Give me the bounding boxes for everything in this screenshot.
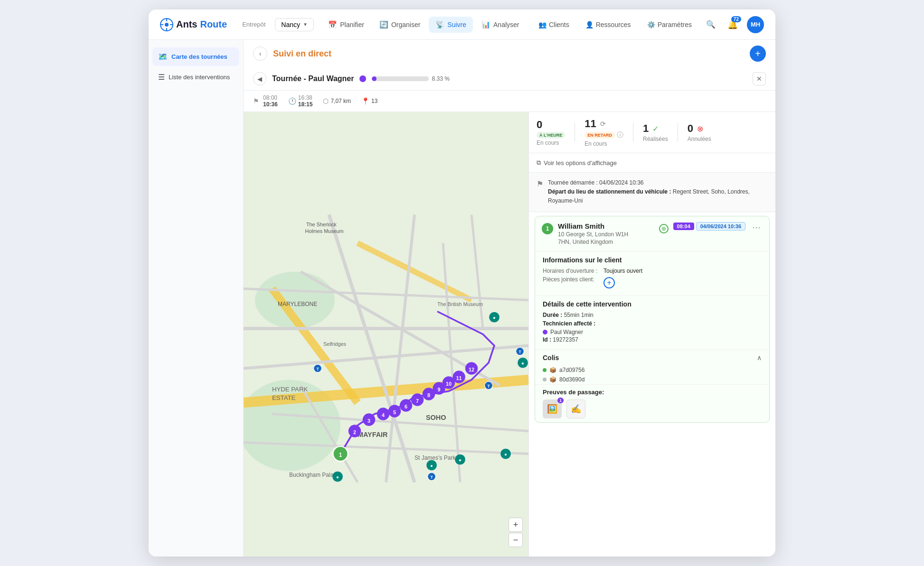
- chevron-down-icon: ▼: [303, 22, 308, 27]
- depot-label: Entrepôt: [242, 21, 265, 28]
- parametres-btn[interactable]: ⚙️ Paramètres: [642, 18, 697, 31]
- tour-color-dot: [359, 75, 366, 82]
- track-icon: 📡: [435, 20, 444, 29]
- nav-label-analyser: Analyser: [493, 21, 519, 28]
- filter-btn[interactable]: ⧉ Voir les options d'affichage: [537, 157, 768, 168]
- add-attachment-btn[interactable]: +: [603, 277, 615, 288]
- stat-times-late: 16:38 18:15: [298, 94, 313, 108]
- nav-label-suivre: Suivre: [447, 21, 466, 28]
- depot-selector[interactable]: Nancy ▼: [275, 18, 314, 31]
- colis-dot-grey: [543, 378, 547, 381]
- svg-text:T: T: [487, 384, 490, 389]
- svg-text:6: 6: [405, 404, 407, 409]
- tour-header: ◀ Tournée - Paul Wagner 8.33 % ✕: [244, 67, 775, 91]
- technician-row: Paul Wagner: [543, 329, 762, 335]
- tour-start-text: Tournée démarrée : 04/06/2024 10:36 Dépa…: [548, 178, 768, 206]
- sidebar-item-liste[interactable]: ☰ Liste des interventions: [152, 68, 239, 86]
- stat-times-normal: 08:00 10:36: [263, 94, 278, 108]
- check-icon: ✓: [652, 124, 659, 133]
- id-row: Id : 19272357: [543, 336, 762, 343]
- avatar[interactable]: MH: [747, 16, 764, 33]
- svg-text:●: ●: [459, 457, 462, 463]
- filter-row: ⧉ Voir les options d'affichage: [529, 153, 775, 173]
- duration-row: Durée : 55min 1min: [543, 312, 762, 318]
- intervention-header: 1 William Smith 10 George St, London W1H…: [535, 216, 769, 251]
- sidebar-item-carte[interactable]: 🗺️ Carte des tournées: [152, 47, 239, 66]
- cancelled-count: 0: [688, 122, 693, 135]
- intervention-address-line2: 7HN, United Kingdom: [558, 239, 654, 245]
- stat-late-end: 18:15: [298, 101, 313, 108]
- map-icon: 🗺️: [158, 52, 168, 61]
- colis-icon-2: 📦: [549, 376, 556, 383]
- zoom-in-btn[interactable]: +: [509, 518, 523, 532]
- logo-route: Route: [200, 19, 227, 30]
- cancelled-sub: Annulées: [688, 136, 711, 142]
- svg-text:12: 12: [469, 367, 474, 372]
- map-svg: HYDE PARK ESTATE MAYFAIR SOHO Buckingham…: [244, 112, 528, 557]
- stat-distance-value: 7,07 km: [330, 98, 351, 104]
- page-back-btn[interactable]: ‹: [253, 46, 267, 61]
- stat-stops: 📍 13: [361, 97, 377, 105]
- clients-btn[interactable]: 👥 Clients: [534, 18, 574, 31]
- done-sub: Réalisées: [643, 136, 668, 142]
- svg-text:T: T: [316, 367, 319, 371]
- nav-item-suivre[interactable]: 📡 Suivre: [429, 17, 473, 33]
- search-btn[interactable]: 🔍: [703, 17, 718, 32]
- colis-header[interactable]: Colis ∧: [535, 350, 769, 365]
- svg-text:T: T: [430, 475, 433, 480]
- split-view: HYDE PARK ESTATE MAYFAIR SOHO Buckingham…: [244, 112, 775, 557]
- duration-value: 55min 1min: [564, 312, 594, 318]
- svg-text:●: ●: [493, 315, 496, 320]
- nav-label-organiser: Organiser: [391, 21, 420, 28]
- svg-text:10: 10: [446, 381, 452, 387]
- tour-title: Tournée - Paul Wagner: [272, 74, 354, 83]
- map-zoom-controls: + −: [509, 518, 523, 547]
- gear-icon: ⚙️: [647, 21, 655, 28]
- divider-2: [633, 123, 633, 142]
- zoom-out-btn[interactable]: −: [509, 533, 523, 547]
- preuves-icons: 🖼️ 1 ✍️: [543, 399, 762, 418]
- late-sub: En cours: [585, 140, 607, 147]
- status-late: 11 ⟳ EN RETARD ⓘ En cours: [585, 118, 623, 147]
- ressources-icon: 👤: [585, 21, 594, 28]
- search-icon: 🔍: [706, 20, 716, 29]
- svg-text:ESTATE: ESTATE: [272, 394, 296, 401]
- progress-track: [372, 76, 429, 81]
- signature-thumb[interactable]: ✍️: [566, 399, 585, 418]
- nav-item-planifier[interactable]: 📅 Planifier: [321, 17, 371, 33]
- intervention-card: 1 William Smith 10 George St, London W1H…: [535, 216, 770, 423]
- clients-icon: 👥: [538, 21, 547, 28]
- clients-label: Clients: [549, 21, 569, 28]
- client-info-section: Informations sur le client Horaires d'ou…: [535, 251, 769, 295]
- more-options-btn[interactable]: ⋯: [750, 222, 763, 232]
- tour-close-btn[interactable]: ✕: [753, 72, 766, 85]
- divider-1: [575, 123, 575, 142]
- nav-item-organiser[interactable]: 🔄 Organiser: [373, 17, 427, 33]
- progress-label: 8.33 %: [432, 75, 449, 82]
- svg-text:Holmes Museum: Holmes Museum: [305, 228, 344, 234]
- nav-item-analyser[interactable]: 📊 Analyser: [475, 17, 526, 33]
- svg-text:Buckingham Palace: Buckingham Palace: [289, 472, 339, 478]
- map-area[interactable]: HYDE PARK ESTATE MAYFAIR SOHO Buckingham…: [244, 112, 528, 557]
- svg-text:9: 9: [438, 387, 441, 392]
- notif-badge: 72: [731, 16, 741, 22]
- logo: AntsRoute: [160, 18, 227, 31]
- status-cancelled: 0 ⊗ Annulées: [688, 122, 711, 142]
- add-btn[interactable]: +: [750, 46, 766, 62]
- clock-late-icon: 🕐: [288, 97, 296, 105]
- on-time-badge: À L'HEURE: [537, 132, 565, 139]
- colis-item-1: 📦 a7d09756: [535, 365, 769, 375]
- intervention-number: 1: [542, 223, 553, 234]
- svg-text:T: T: [519, 350, 521, 354]
- ressources-btn[interactable]: 👤 Ressources: [581, 18, 636, 31]
- tour-start-info: ⚑ Tournée démarrée : 04/06/2024 10:36 Dé…: [529, 173, 775, 212]
- svg-text:11: 11: [456, 375, 462, 381]
- notifications-btn[interactable]: 🔔 72: [725, 17, 740, 32]
- tour-back-btn[interactable]: ◀: [253, 72, 266, 85]
- on-time-sub: En cours: [537, 139, 559, 146]
- photo-thumb[interactable]: 🖼️ 1: [543, 399, 562, 418]
- details-title: Détails de cette intervention: [543, 300, 762, 308]
- svg-text:8: 8: [427, 392, 430, 398]
- stat-stops-value: 13: [371, 98, 377, 104]
- tech-name: Paul Wagner: [550, 329, 583, 335]
